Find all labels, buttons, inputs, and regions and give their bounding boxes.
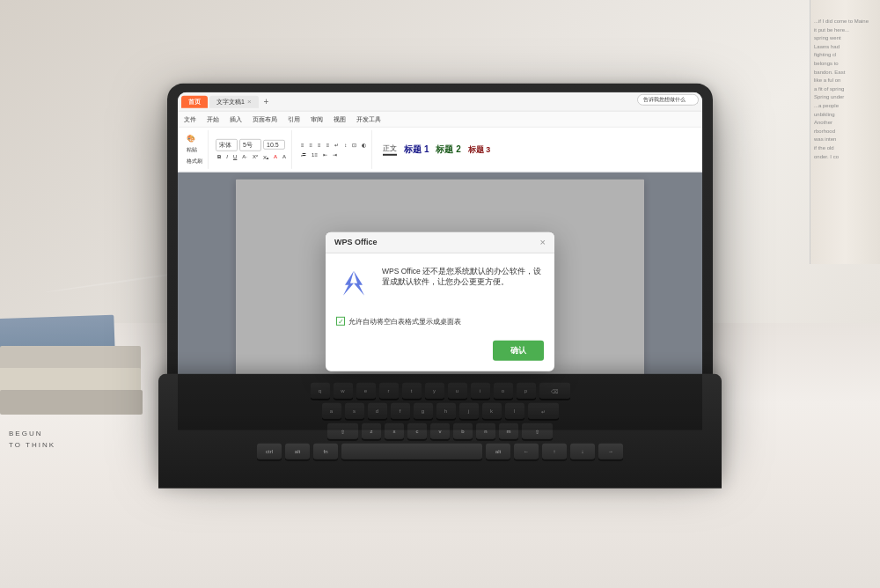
doc-tab-label: 文字文稿1 <box>216 97 245 106</box>
book-label-line1: BEGUN <box>9 429 55 440</box>
btn-strikethrough[interactable]: A· <box>240 153 249 160</box>
tablet-screen[interactable]: 首页 文字文稿1 × + — □ ✕ <box>178 92 702 445</box>
btn-decrease-indent[interactable]: ⇤ <box>321 151 329 158</box>
btn-align-center[interactable]: ≡ <box>308 141 315 148</box>
key-ctrl[interactable]: ctrl <box>257 444 282 459</box>
btn-italic[interactable]: I <box>224 153 230 160</box>
dialog-checkbox[interactable]: ✓ <box>336 317 345 326</box>
menu-layout[interactable]: 页面布局 <box>250 114 280 124</box>
btn-align-right[interactable]: ≡ <box>316 141 323 148</box>
style-h1[interactable]: 标题 1 <box>404 143 429 156</box>
btn-borders[interactable]: ⊡ <box>350 141 358 149</box>
dialog-title: WPS Office <box>334 238 378 246</box>
btn-shading[interactable]: ◐ <box>360 141 368 149</box>
style-h2[interactable]: 标题 2 <box>436 143 460 156</box>
ribbon-clipboard: 🎨 粘贴 格式刷 <box>181 130 209 169</box>
dialog-body: WPS Office 还不是您系统默认的办公软件，设置成默认软件，让您办公更更方… <box>326 253 554 309</box>
dialog-body-text: WPS Office 还不是您系统默认的办公软件，设置成默认软件，让您办公更更方… <box>382 265 544 288</box>
search-bar: 告诉我您想做什么 <box>637 94 699 106</box>
ribbon-row-3: 格式刷 <box>185 156 204 165</box>
key-fn-key[interactable]: fn <box>313 444 338 459</box>
btn-format[interactable]: 格式刷 <box>185 156 204 165</box>
btn-increase-indent[interactable]: ⇥ <box>331 151 339 158</box>
font-name-box[interactable]: 宋体 <box>216 138 238 151</box>
tablet-device: 首页 文字文稿1 × + — □ ✕ <box>167 84 713 489</box>
dialog-header: WPS Office × <box>326 232 554 253</box>
key-space[interactable] <box>341 444 482 459</box>
menu-edit[interactable]: 开始 <box>204 114 222 124</box>
menu-insert[interactable]: 插入 <box>227 114 245 124</box>
small-book-3 <box>0 390 143 415</box>
btn-paste[interactable]: 粘贴 <box>185 144 199 154</box>
btn-justify[interactable]: ≡ <box>325 141 332 148</box>
style-normal[interactable]: 正文 <box>383 143 397 156</box>
dialog-confirm-button[interactable]: 确认 <box>493 340 544 360</box>
key-down[interactable]: ↓ <box>570 444 595 459</box>
style-h3[interactable]: 标题 3 <box>468 143 491 155</box>
key-alt[interactable]: alt <box>285 444 310 459</box>
ribbon-font-row1: 宋体 5号 10.5 <box>216 138 285 151</box>
dialog-close-button[interactable]: × <box>540 237 546 246</box>
btn-highlight[interactable]: A <box>281 153 288 160</box>
keyboard-row-4: ctrl alt fn alt ← ↑ ↓ → <box>172 444 708 459</box>
btn-format-painter[interactable]: 🎨 <box>185 133 197 143</box>
books-bottom <box>0 346 150 416</box>
btn-indent[interactable]: ↵ <box>333 141 341 149</box>
ribbon-row-2: 粘贴 <box>185 144 199 154</box>
menu-review[interactable]: 审阅 <box>308 114 326 124</box>
wps-document-area[interactable]: WPS Office × <box>178 173 702 430</box>
wps-menu-bar: 文件 开始 插入 页面布局 引用 审阅 视图 开发工具 告诉我您想做什么 <box>178 112 702 128</box>
btn-line-spacing[interactable]: ↕ <box>342 141 348 148</box>
wps-toolbar: 文件 开始 插入 页面布局 引用 审阅 视图 开发工具 告诉我您想做什么 <box>178 112 702 173</box>
font-size-box[interactable]: 5号 <box>239 138 261 151</box>
btn-bullets[interactable]: ≔ <box>299 151 308 158</box>
ribbon-styles: 正文 标题 1 标题 2 标题 3 <box>383 143 490 156</box>
menu-ref[interactable]: 引用 <box>285 114 303 124</box>
menu-view[interactable]: 视图 <box>331 114 348 124</box>
menu-tools[interactable]: 开发工具 <box>354 114 384 124</box>
btn-subscript[interactable]: X₂ <box>261 152 270 160</box>
wps-home-tab[interactable]: 首页 <box>181 95 208 107</box>
wps-new-tab[interactable]: + <box>264 97 269 107</box>
key-up[interactable]: ↑ <box>542 444 567 459</box>
ribbon-para-row2: ≔ 1≡ ⇤ ⇥ <box>299 151 339 158</box>
doc-tab-close[interactable]: × <box>247 98 252 106</box>
wps-dialog-overlay: WPS Office × <box>178 173 702 430</box>
scene: ew of interior Design BEGUN TO THINK ...… <box>0 0 880 588</box>
small-book-2 <box>0 368 141 393</box>
book-label: BEGUN TO THINK <box>9 429 55 452</box>
wps-dialog: WPS Office × <box>326 232 554 371</box>
ribbon-paragraph: ≡ ≡ ≡ ≡ ↵ ↕ ⊡ ◐ ≔ <box>296 130 372 169</box>
dialog-checkbox-label: 允许自动将空白表格式显示成桌面表 <box>348 316 461 326</box>
wps-doc-tab[interactable]: 文字文稿1 × <box>209 95 259 107</box>
btn-underline[interactable]: U <box>231 153 238 160</box>
key-left[interactable]: ← <box>514 444 539 459</box>
dialog-checkbox-area: ✓ 允许自动将空白表格式显示成桌面表 <box>326 309 554 333</box>
menu-file[interactable]: 文件 <box>181 114 199 124</box>
ribbon-font: 宋体 5号 10.5 B I U A· X² <box>212 130 292 169</box>
wps-tabbar: 首页 文字文稿1 × + — □ ✕ <box>178 92 702 112</box>
tablet-body: 首页 文字文稿1 × + — □ ✕ <box>167 84 713 453</box>
key-right[interactable]: → <box>598 444 623 459</box>
search-input[interactable]: 告诉我您想做什么 <box>637 94 699 106</box>
font-size-num-box[interactable]: 10.5 <box>263 140 285 150</box>
book-right: ...if I did come to Maine it put be here… <box>810 0 880 264</box>
btn-numbering[interactable]: 1≡ <box>310 151 319 158</box>
dialog-content: WPS Office 还不是您系统默认的办公软件，设置成默认软件，让您办公更更方… <box>382 265 544 288</box>
btn-superscript[interactable]: X² <box>251 153 260 160</box>
btn-bold[interactable]: B <box>216 153 223 160</box>
ribbon-para-row1: ≡ ≡ ≡ ≡ ↵ ↕ ⊡ ◐ <box>299 141 368 149</box>
book-right-text: ...if I did come to Maine it put be here… <box>814 18 876 161</box>
btn-font-color[interactable]: A <box>272 153 279 160</box>
btn-align-left[interactable]: ≡ <box>299 141 306 148</box>
ribbon-font-row2: B I U A· X² X₂ A A <box>216 152 288 160</box>
dialog-footer: 确认 <box>326 333 554 371</box>
wps-ribbon: 🎨 粘贴 格式刷 宋体 <box>178 128 702 172</box>
wps-application: 首页 文字文稿1 × + — □ ✕ <box>178 92 702 445</box>
ribbon-row-1: 🎨 <box>185 133 197 143</box>
checkbox-checkmark: ✓ <box>338 317 344 325</box>
key-alt-right[interactable]: alt <box>486 444 510 459</box>
book-label-line2: TO THINK <box>9 440 55 452</box>
small-book-1 <box>0 346 141 371</box>
wps-logo-icon <box>336 265 371 300</box>
